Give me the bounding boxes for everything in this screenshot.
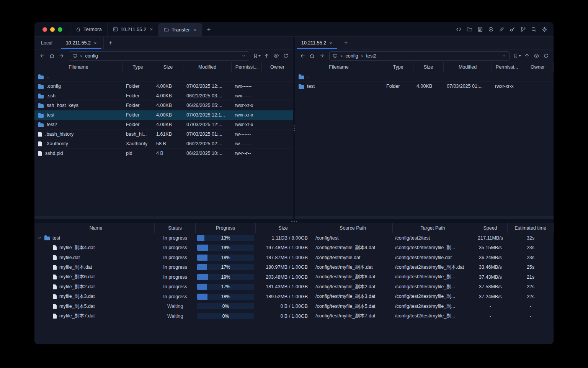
tab-label: 10.211.55.2 bbox=[121, 26, 147, 32]
column-header-owner[interactable]: Owner bbox=[262, 62, 293, 72]
up-directory-icon[interactable] bbox=[262, 51, 271, 61]
journal-icon[interactable] bbox=[475, 25, 485, 34]
transfer-eta: 22s bbox=[508, 294, 554, 299]
file-row[interactable]: .ssh Folder 4.00KB 06/21/2025 03:... rwx… bbox=[34, 91, 293, 101]
folder-icon[interactable] bbox=[465, 25, 474, 34]
refresh-icon[interactable] bbox=[541, 51, 550, 61]
zoom-window-button[interactable] bbox=[58, 27, 62, 32]
transfer-row[interactable]: test In progress 13% 1.11GB / 8.00GB /co… bbox=[34, 233, 554, 243]
close-tab-icon[interactable]: × bbox=[94, 41, 97, 46]
refresh-icon[interactable] bbox=[281, 51, 290, 61]
folder-icon bbox=[38, 114, 44, 118]
breadcrumb-segment[interactable]: config bbox=[345, 53, 358, 59]
edit-icon[interactable] bbox=[497, 25, 506, 34]
breadcrumb-segment[interactable]: test2 bbox=[366, 53, 376, 59]
forward-icon[interactable] bbox=[317, 51, 326, 61]
key-icon[interactable] bbox=[508, 25, 517, 34]
transfer-row[interactable]: myfile_副本2.dat In progress 17% 181.43MB … bbox=[34, 282, 554, 292]
column-header-filename[interactable]: Filename bbox=[295, 62, 383, 72]
path-breadcrumb[interactable]: > config bbox=[69, 51, 249, 61]
minimize-window-button[interactable] bbox=[50, 27, 55, 32]
branch-icon[interactable] bbox=[518, 25, 528, 34]
column-header-progress[interactable]: Progress bbox=[196, 223, 256, 233]
column-header-type[interactable]: Type bbox=[123, 62, 153, 72]
new-panel-tab-button[interactable]: + bbox=[104, 37, 118, 49]
tab-transfer[interactable]: Transfer × bbox=[158, 23, 202, 36]
bookmark-icon[interactable] bbox=[513, 51, 522, 61]
horizontal-scrollbar[interactable] bbox=[34, 216, 293, 219]
tab-remote-10-211-55-2[interactable]: 10.211.55.2 × bbox=[295, 37, 339, 49]
transfer-source-path: /config/test/myfile_副本.dat bbox=[313, 264, 393, 271]
home-icon[interactable] bbox=[47, 51, 56, 61]
back-icon[interactable] bbox=[38, 51, 47, 61]
file-row[interactable]: ssh_host_keys Folder 4.00KB 06/26/2025 0… bbox=[34, 101, 293, 110]
bookmark-dropdown-caret[interactable] bbox=[519, 55, 521, 57]
column-header-modified[interactable]: Modified bbox=[444, 62, 492, 72]
column-header-source-path[interactable]: Source Path bbox=[313, 223, 393, 233]
tab-local[interactable]: Local bbox=[34, 37, 59, 49]
transfer-row[interactable]: myfile_副本5.dat Waiting 0% 0 B / 1.00GB /… bbox=[34, 302, 554, 312]
forward-icon[interactable] bbox=[57, 51, 66, 61]
column-header-type[interactable]: Type bbox=[383, 62, 413, 72]
new-tab-button[interactable]: + bbox=[202, 22, 216, 36]
column-header-name[interactable]: Name bbox=[34, 223, 155, 233]
close-tab-icon[interactable]: × bbox=[193, 27, 196, 32]
file-row[interactable]: sshd.pid pid 4 B 06/22/2025 10:... rw-r-… bbox=[34, 149, 293, 158]
file-row[interactable]: .. bbox=[295, 72, 554, 82]
search-icon[interactable] bbox=[529, 25, 538, 34]
chevron-down-icon[interactable] bbox=[242, 54, 246, 58]
close-window-button[interactable] bbox=[42, 27, 47, 32]
column-header-target-path[interactable]: Target Path bbox=[393, 223, 473, 233]
column-header-size[interactable]: Size bbox=[153, 62, 183, 72]
column-header-modified[interactable]: Modified bbox=[183, 62, 232, 72]
chevron-down-icon[interactable] bbox=[502, 54, 506, 58]
file-type: Folder bbox=[123, 112, 153, 118]
back-icon[interactable] bbox=[298, 51, 307, 61]
column-header-estimated-time[interactable]: Estimated time bbox=[508, 223, 554, 233]
column-header-status[interactable]: Status bbox=[155, 223, 196, 233]
file-row[interactable]: test Folder 4.00KB 07/03/2025 01:... rwx… bbox=[295, 82, 554, 91]
progress-bar: 0% bbox=[197, 313, 254, 319]
transfer-row[interactable]: myfile_副本7.dat Waiting 0% 0 B / 1.00GB /… bbox=[34, 311, 554, 321]
up-directory-icon[interactable] bbox=[522, 51, 531, 61]
file-row[interactable]: .. bbox=[34, 72, 293, 82]
bookmark-dropdown-caret[interactable] bbox=[258, 55, 261, 57]
tab-termora[interactable]: Termora bbox=[70, 22, 108, 36]
show-hidden-eye-icon[interactable] bbox=[271, 51, 281, 61]
code-icon[interactable] bbox=[454, 25, 463, 34]
close-tab-icon[interactable]: × bbox=[150, 27, 153, 32]
file-row[interactable]: test2 Folder 4.00KB 07/03/2025 12:... rw… bbox=[34, 120, 293, 130]
column-header-size[interactable]: Size bbox=[256, 223, 313, 233]
tab-host-10-211-55-2[interactable]: 10.211.55.2 × bbox=[108, 22, 158, 36]
close-tab-icon[interactable]: × bbox=[329, 41, 332, 46]
column-header-size[interactable]: Size bbox=[413, 62, 444, 72]
file-row[interactable]: .config Folder 4.00KB 07/02/2025 12:... … bbox=[34, 82, 293, 91]
bookmark-icon[interactable] bbox=[252, 51, 261, 61]
column-header-permissions[interactable]: Permissi... bbox=[492, 62, 522, 72]
settings-icon[interactable] bbox=[540, 25, 549, 34]
home-icon[interactable] bbox=[307, 51, 317, 61]
transfer-row[interactable]: myfile.dat In progress 18% 187.87MB / 1.… bbox=[34, 253, 554, 263]
column-header-speed[interactable]: Speed bbox=[473, 223, 508, 233]
record-icon[interactable] bbox=[486, 25, 495, 34]
column-header-filename[interactable]: Filename bbox=[34, 62, 123, 72]
file-row[interactable]: .Xauthority Xauthority 58 B 06/22/2025 0… bbox=[34, 139, 293, 149]
horizontal-scrollbar[interactable] bbox=[295, 216, 554, 219]
transfer-row[interactable]: myfile_副本6.dat In progress 19% 203.48MB … bbox=[34, 272, 554, 282]
column-header-permissions[interactable]: Permissi... bbox=[232, 62, 262, 72]
file-modified: 07/03/2025 01:... bbox=[444, 84, 492, 89]
panel-splitter-horizontal[interactable] bbox=[34, 219, 554, 223]
transfer-source-path: /config/test/myfile_副本4.dat bbox=[313, 245, 393, 251]
new-panel-tab-button[interactable]: + bbox=[339, 37, 353, 49]
transfer-row[interactable]: myfile_副本.dat In progress 17% 180.97MB /… bbox=[34, 263, 554, 273]
show-hidden-eye-icon[interactable] bbox=[532, 51, 541, 61]
path-breadcrumb[interactable]: > config > test2 bbox=[329, 51, 510, 61]
tab-remote-10-211-55-2[interactable]: 10.211.55.2 × bbox=[59, 37, 104, 49]
collapse-chevron-icon[interactable] bbox=[38, 236, 42, 240]
transfer-row[interactable]: myfile_副本4.dat In progress 19% 197.48MB … bbox=[34, 243, 554, 253]
file-row-selected[interactable]: test Folder 4.00KB 07/03/2025 12:1... rw… bbox=[34, 110, 293, 120]
column-header-owner[interactable]: Owner bbox=[522, 62, 554, 72]
breadcrumb-segment[interactable]: config bbox=[85, 53, 98, 59]
transfer-row[interactable]: myfile_副本3.dat In progress 18% 189.52MB … bbox=[34, 292, 554, 302]
file-row[interactable]: .bash_history bash_hi... 1.61KB 07/03/20… bbox=[34, 130, 293, 139]
